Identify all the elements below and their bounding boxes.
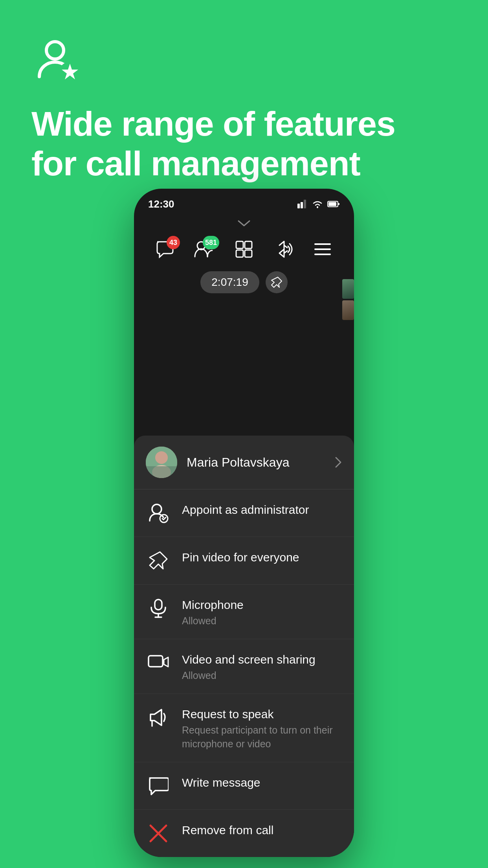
bluetooth-audio-icon: [273, 240, 294, 259]
video-thumbnails: [342, 279, 354, 320]
remove-call-label: Remove from call: [182, 822, 342, 838]
chat-badge: 43: [167, 236, 180, 249]
write-message-label: Write message: [182, 775, 342, 790]
admin-star-icon: [31, 35, 83, 86]
hamburger-menu-button[interactable]: [309, 237, 336, 261]
menu-item-video-screen[interactable]: Video and screen sharing Allowed: [134, 639, 354, 694]
collapse-chevron[interactable]: [134, 212, 354, 231]
participants-button[interactable]: 581: [191, 237, 218, 261]
admin-appoint-icon: [146, 500, 171, 526]
context-menu: Maria Poltavskaya: [134, 436, 354, 857]
pin-icon: [271, 276, 283, 288]
menu-item-appoint-admin[interactable]: Appoint as administrator: [134, 489, 354, 537]
chevron-down-icon: [237, 219, 251, 227]
pin-video-label: Pin video for everyone: [182, 550, 342, 565]
menu-item-remove-call[interactable]: Remove from call: [134, 810, 354, 857]
menu-item-request-speak[interactable]: Request to speak Request participant to …: [134, 694, 354, 762]
svg-point-19: [155, 451, 168, 464]
video-thumb-1: [342, 279, 354, 299]
user-name: Maria Poltavskaya: [187, 455, 334, 470]
message-icon: [146, 773, 171, 798]
microphone-status: Allowed: [182, 614, 342, 628]
call-timer: 2:07:19: [200, 271, 259, 293]
app-background: Wide range of features for call manageme…: [0, 0, 488, 868]
video-screen-status: Allowed: [182, 669, 342, 682]
remove-icon: [146, 821, 171, 846]
svg-rect-13: [236, 250, 243, 257]
timer-area: 2:07:19: [134, 267, 354, 301]
user-avatar: [146, 447, 177, 478]
phone-mockup: 12:30: [134, 189, 354, 857]
microphone-label: Microphone: [182, 597, 342, 612]
grid-button[interactable]: [230, 237, 258, 261]
video-thumb-2: [342, 300, 354, 320]
chat-button[interactable]: 43: [152, 237, 179, 261]
participants-badge: 581: [203, 236, 219, 249]
svg-rect-8: [328, 202, 336, 206]
avatar-image: [146, 447, 177, 478]
toolbar: 43 581: [134, 231, 354, 267]
status-bar: 12:30: [134, 189, 354, 212]
video-screen-icon: [146, 650, 171, 675]
headline: Wide range of features for call manageme…: [31, 104, 457, 183]
battery-icon: [327, 200, 340, 208]
status-time: 12:30: [148, 198, 174, 210]
video-screen-label: Video and screen sharing: [182, 652, 342, 667]
headline-line2: for call management: [31, 143, 457, 183]
request-speak-desc: Request participant to turn on their mic…: [182, 723, 342, 751]
headline-line1: Wide range of features: [31, 104, 457, 143]
svg-rect-4: [301, 202, 303, 208]
svg-point-6: [317, 206, 318, 208]
menu-item-microphone[interactable]: Microphone Allowed: [134, 585, 354, 639]
microphone-icon: [146, 596, 171, 621]
pin-video-icon: [146, 548, 171, 573]
svg-point-0: [46, 42, 64, 59]
svg-rect-21: [146, 466, 177, 478]
grid-icon: [235, 240, 253, 259]
menu-item-write-message[interactable]: Write message: [134, 762, 354, 810]
phone-frame: 12:30: [134, 189, 354, 857]
pin-button[interactable]: [266, 271, 288, 293]
wifi-icon: [312, 200, 323, 208]
top-section: Wide range of features for call manageme…: [0, 0, 488, 183]
menu-item-pin-video[interactable]: Pin video for everyone: [134, 537, 354, 585]
hamburger-menu-icon: [314, 242, 332, 257]
megaphone-icon: [146, 705, 171, 730]
request-speak-label: Request to speak: [182, 706, 342, 722]
status-icons: [297, 200, 340, 208]
svg-rect-12: [245, 241, 252, 248]
svg-point-22: [152, 504, 161, 514]
svg-rect-5: [304, 200, 306, 208]
bluetooth-audio-button[interactable]: [270, 237, 297, 261]
svg-rect-24: [155, 600, 162, 610]
svg-rect-11: [236, 241, 243, 248]
user-header[interactable]: Maria Poltavskaya: [134, 436, 354, 489]
chevron-right-icon: [334, 456, 342, 469]
svg-rect-27: [149, 656, 163, 667]
svg-rect-3: [297, 204, 300, 208]
appoint-admin-label: Appoint as administrator: [182, 502, 342, 517]
svg-rect-14: [245, 250, 252, 257]
signal-icon: [297, 200, 308, 208]
